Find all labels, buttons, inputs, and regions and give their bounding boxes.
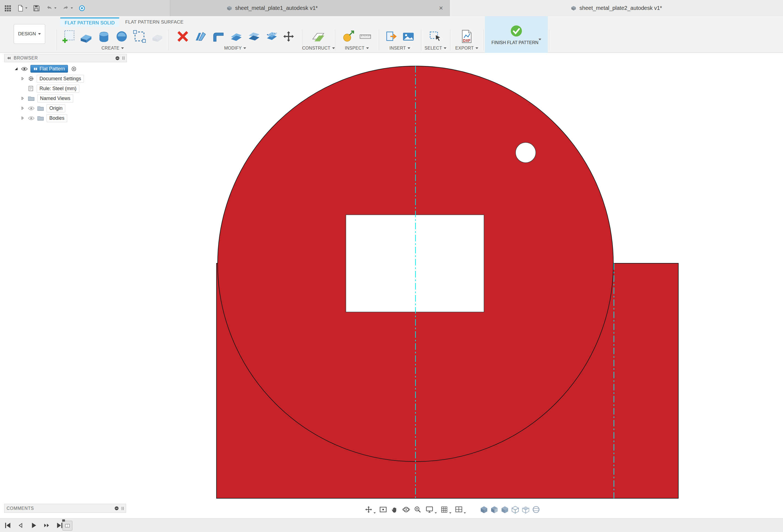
move-icon[interactable] [283,30,294,42]
create-extrude-icon[interactable] [97,29,111,43]
flat-pattern-node-icon [33,67,37,71]
hand-pan-icon[interactable] [390,505,399,513]
expand-closed-icon[interactable] [21,116,25,120]
expand-closed-icon[interactable] [21,76,25,81]
file-menu-icon[interactable] [17,4,27,12]
viewports-icon[interactable] [455,505,466,513]
delete-icon[interactable] [176,29,190,43]
create-sketch-icon[interactable] [61,29,75,43]
view-cube-icon-4[interactable] [511,505,520,514]
step-forward-icon[interactable] [43,522,51,529]
group-label-select[interactable]: SELECT [425,46,446,51]
status-badge-icon[interactable] [79,5,86,12]
document-icon [571,5,576,11]
group-label-create[interactable]: CREATE [101,46,124,51]
workspace-caret-icon [38,33,41,35]
ribbon-separator [168,29,168,51]
workspace-switcher-label: DESIGN [18,31,36,37]
expand-closed-icon[interactable] [21,106,25,110]
view-cube-icon-2[interactable] [490,505,499,514]
ribbon-toolbar: FLAT PATTERN SOLID FLAT PATTERN SURFACE … [0,16,783,53]
group-label-modify[interactable]: MODIFY [224,46,246,51]
go-to-start-icon[interactable] [4,522,11,529]
collapse-all-icon[interactable] [115,56,120,61]
modeling-canvas[interactable]: BROWSER Flat Pattern Document Settings R… [0,53,783,518]
select-window-icon[interactable] [429,30,442,43]
play-icon[interactable] [30,522,37,529]
measure-icon[interactable] [342,30,355,43]
expand-closed-icon[interactable] [21,96,25,101]
undo-icon[interactable] [45,5,57,12]
ruler-icon[interactable] [359,30,372,43]
group-label-inspect[interactable]: INSPECT [345,46,369,51]
group-label-export[interactable]: EXPORT [455,46,478,51]
app-menu-grid-icon[interactable] [4,4,11,12]
replace-face-icon[interactable] [247,29,261,43]
flat-pattern-marker-icon [64,523,70,529]
modify-corner-icon[interactable] [229,29,243,43]
browser-panel-header[interactable]: BROWSER [4,54,127,62]
document-tab-active[interactable]: sheet_metal_plate1_autodesk v1* × [170,0,450,16]
view-cube-icon-1[interactable] [480,505,489,514]
activate-target-icon[interactable] [71,66,76,71]
construct-plane-icon[interactable] [311,29,325,43]
browser-item-origin[interactable]: Origin [4,103,127,113]
tab-flat-pattern-solid[interactable]: FLAT PATTERN SOLID [60,18,119,27]
unfold-faces-icon[interactable] [193,29,208,43]
tree-item-label: Origin [46,104,65,112]
view-cube-icon-6[interactable] [532,505,540,514]
create-convert-icon[interactable] [132,29,147,43]
display-settings-icon[interactable] [425,505,437,513]
visibility-eye-icon[interactable] [28,116,34,121]
finish-flat-pattern-button[interactable]: FINISH FLAT PATTERN [485,16,548,53]
insert-derive-icon[interactable] [385,30,398,43]
view-cube-icon-3[interactable] [500,505,509,514]
view-cube-icon-5[interactable] [521,505,530,514]
workspace-switcher-button[interactable]: DESIGN [14,24,45,44]
comments-panel-header[interactable]: COMMENTS [4,504,126,513]
create-revolve-icon[interactable] [115,29,129,43]
comments-collapse-icon[interactable] [114,506,119,511]
browser-item-named-views[interactable]: Named Views [4,93,127,103]
redo-icon[interactable] [62,5,73,12]
look-at-icon[interactable] [379,505,387,513]
flat-pattern-timeline-marker[interactable] [62,521,72,531]
orbit-icon[interactable] [402,505,410,513]
browser-item-document-settings[interactable]: Document Settings [4,74,127,84]
browser-item-bodies[interactable]: Bodies [4,113,127,123]
document-tab-inactive[interactable]: sheet_metal_plate2_autodesk v1* [450,0,783,16]
panel-grip-handle[interactable] [123,57,124,60]
pan-caret-icon [374,512,376,513]
create-flange-icon[interactable] [79,29,93,43]
split-body-icon[interactable] [265,29,279,43]
refold-faces-icon[interactable] [211,29,225,43]
tab-flat-pattern-surface[interactable]: FLAT PATTERN SURFACE [121,18,188,27]
document-tab-title: sheet_metal_plate1_autodesk v1* [235,5,318,11]
pan-icon[interactable] [365,505,376,513]
browser-item-rule[interactable]: Rule: Steel (mm) [4,84,127,93]
group-label-insert[interactable]: INSERT [389,46,410,51]
export-dxf-icon[interactable]: DXF [460,29,474,43]
folder-icon [37,105,44,111]
create-form-icon[interactable] [150,29,164,43]
panel-grip-handle[interactable] [122,507,124,510]
selected-node-flat-pattern[interactable]: Flat Pattern [30,65,68,73]
ribbon-separator [421,29,421,51]
close-tab-icon[interactable]: × [437,4,445,12]
insert-canvas-icon[interactable] [402,30,415,43]
view-style-cubes [480,505,540,514]
browser-item-flat-pattern[interactable]: Flat Pattern [4,64,127,74]
expand-open-icon[interactable] [14,67,19,71]
collapse-panel-icon[interactable] [7,56,11,60]
group-modify: MODIFY [169,27,301,53]
group-label-construct[interactable]: CONSTRUCT [302,46,335,51]
save-icon[interactable] [33,5,40,12]
visibility-eye-icon[interactable] [28,106,34,111]
view-navigation-bar [365,504,540,515]
zoom-icon[interactable] [413,505,422,513]
comments-panel-title: COMMENTS [7,506,34,511]
document-icon [226,5,232,11]
visibility-eye-icon[interactable] [21,67,28,71]
step-back-icon[interactable] [17,522,24,529]
grid-display-icon[interactable] [440,505,451,513]
